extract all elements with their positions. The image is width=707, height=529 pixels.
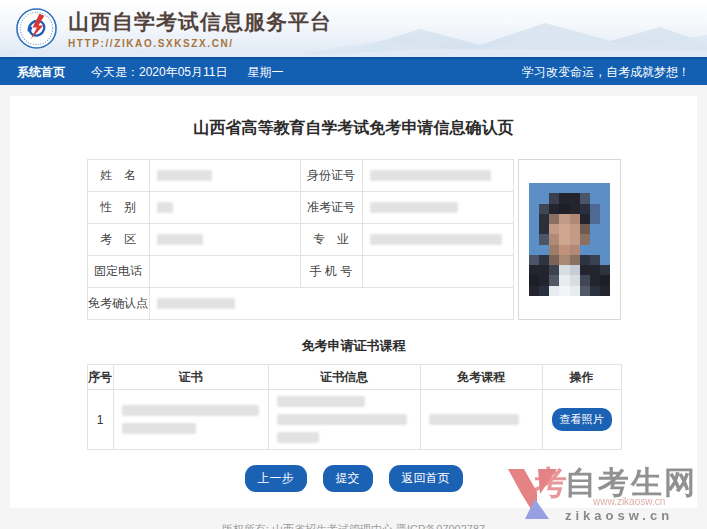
operation-cell: 查看照片 [542, 390, 621, 450]
field-label-gender: 性 别 [87, 192, 149, 224]
cert-section-title: 免考申请证书课程 [87, 337, 621, 355]
action-buttons: 上一步 提交 返回首页 [87, 465, 621, 492]
field-label-mobile: 手 机 号 [300, 256, 362, 288]
col-header-exempt-course: 免考课程 [420, 365, 542, 390]
table-row: 性 别 准考证号 [87, 192, 513, 224]
page-footer: 版权所有: 山西省招生考试管理中心 晋ICP备07002787 山西自学考试信息… [10, 521, 697, 529]
redacted-value [157, 202, 173, 213]
main-navbar: 系统首页 今天是：2020年05月11日 星期一 学习改变命运，自考成就梦想！ [0, 57, 707, 85]
site-banner: 山西自学考试信息服务平台 HTTP://ZIKAO.SXKSZX.CN/ [0, 0, 707, 57]
cert-name-cell [113, 390, 268, 450]
field-label-name: 姓 名 [87, 160, 149, 192]
redacted-value [277, 396, 365, 407]
table-row: 固定电话 手 机 号 [87, 256, 513, 288]
content-card: 山西省高等教育自学考试免考申请信息确认页 姓 名 身份证号 性 别 准考证号 [10, 96, 697, 508]
field-value-major [362, 224, 513, 256]
redacted-value [277, 432, 319, 443]
site-title: 山西自学考试信息服务平台 [68, 8, 332, 36]
field-value-confirm-point [149, 288, 513, 320]
redacted-value [277, 414, 407, 425]
cert-table: 序号 证书 证书信息 免考课程 操作 1 [87, 364, 622, 450]
previous-step-button[interactable]: 上一步 [245, 465, 307, 492]
cert-row-number: 1 [87, 390, 113, 450]
col-header-operation: 操作 [542, 365, 621, 390]
applicant-info-section: 姓 名 身份证号 性 别 准考证号 考 区 专 业 [87, 159, 621, 320]
col-header-no: 序号 [87, 365, 113, 390]
col-header-cert-info: 证书信息 [268, 365, 420, 390]
redacted-value [157, 298, 235, 309]
table-row: 考 区 专 业 [87, 224, 513, 256]
field-value-district [149, 224, 300, 256]
nav-slogan-text: 学习改变命运，自考成就梦想！ [522, 64, 690, 81]
field-value-landline [149, 256, 300, 288]
redacted-value [370, 170, 491, 181]
redacted-value [122, 423, 196, 434]
applicant-photo [529, 183, 610, 296]
view-photo-button[interactable]: 查看照片 [552, 408, 612, 431]
applicant-info-table: 姓 名 身份证号 性 别 准考证号 考 区 专 业 [87, 159, 514, 320]
cert-info-cell [268, 390, 420, 450]
site-url: HTTP://ZIKAO.SXKSZX.CN/ [68, 38, 332, 49]
nav-date-text: 今天是：2020年05月11日 [91, 64, 228, 81]
field-value-id-number [362, 160, 513, 192]
field-value-gender [149, 192, 300, 224]
field-value-name [149, 160, 300, 192]
redacted-value [122, 405, 259, 416]
field-label-landline: 固定电话 [87, 256, 149, 288]
field-label-id-number: 身份证号 [300, 160, 362, 192]
redacted-value [157, 170, 212, 181]
field-value-ticket-number [362, 192, 513, 224]
page-area: 山西省高等教育自学考试免考申请信息确认页 姓 名 身份证号 性 别 准考证号 [0, 85, 707, 529]
nav-home-link[interactable]: 系统首页 [17, 64, 65, 81]
redacted-value [429, 414, 519, 425]
col-header-certificate: 证书 [113, 365, 268, 390]
return-home-button[interactable]: 返回首页 [389, 465, 463, 492]
cert-table-header-row: 序号 证书 证书信息 免考课程 操作 [87, 365, 621, 390]
field-label-major: 专 业 [300, 224, 362, 256]
table-row: 姓 名 身份证号 [87, 160, 513, 192]
table-row: 免考确认点 [87, 288, 513, 320]
photo-frame [518, 159, 621, 320]
redacted-value [370, 202, 458, 213]
submit-button[interactable]: 提交 [323, 465, 373, 492]
field-label-ticket-number: 准考证号 [300, 192, 362, 224]
nav-weekday-text: 星期一 [248, 64, 284, 81]
redacted-value [157, 234, 203, 245]
field-label-confirm-point: 免考确认点 [87, 288, 149, 320]
field-label-district: 考 区 [87, 224, 149, 256]
exempt-course-cell [420, 390, 542, 450]
redacted-value [370, 234, 502, 245]
field-value-mobile [362, 256, 513, 288]
cert-table-row: 1 查看照片 [87, 390, 621, 450]
page-title: 山西省高等教育自学考试免考申请信息确认页 [10, 118, 697, 139]
site-logo-icon [15, 7, 58, 50]
footer-copyright: 版权所有: 山西省招生考试管理中心 晋ICP备07002787 [10, 521, 697, 529]
